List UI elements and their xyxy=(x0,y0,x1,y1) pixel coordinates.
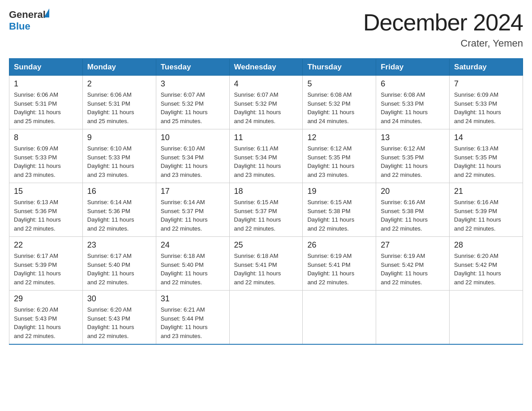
day-number: 6 xyxy=(381,79,445,89)
daylight-minutes: and 25 minutes. xyxy=(161,118,202,124)
daylight-minutes: and 22 minutes. xyxy=(14,225,56,232)
daylight-label: Daylight: 11 hours xyxy=(381,216,428,223)
day-info: Sunrise: 6:08 AM Sunset: 5:32 PM Dayligh… xyxy=(307,90,371,125)
sunset-label: Sunset: 5:38 PM xyxy=(381,208,424,214)
daylight-minutes: and 25 minutes. xyxy=(87,118,129,124)
calendar-cell: 5 Sunrise: 6:08 AM Sunset: 5:32 PM Dayli… xyxy=(303,76,376,129)
sunrise-label: Sunrise: 6:17 AM xyxy=(14,253,58,259)
header-wednesday: Wednesday xyxy=(229,59,303,76)
calendar-cell: 24 Sunrise: 6:18 AM Sunset: 5:40 PM Dayl… xyxy=(156,237,229,291)
header-saturday: Saturday xyxy=(450,59,523,76)
header-sunday: Sunday xyxy=(9,59,83,76)
calendar-cell: 17 Sunrise: 6:14 AM Sunset: 5:37 PM Dayl… xyxy=(156,183,229,237)
calendar-cell: 7 Sunrise: 6:09 AM Sunset: 5:33 PM Dayli… xyxy=(450,76,523,129)
calendar-cell: 29 Sunrise: 6:20 AM Sunset: 5:43 PM Dayl… xyxy=(9,291,83,345)
sunset-label: Sunset: 5:44 PM xyxy=(161,315,204,322)
calendar-cell: 19 Sunrise: 6:15 AM Sunset: 5:38 PM Dayl… xyxy=(303,183,376,237)
daylight-minutes: and 24 minutes. xyxy=(454,118,496,124)
sunset-label: Sunset: 5:41 PM xyxy=(307,261,350,268)
day-number: 25 xyxy=(234,240,298,250)
daylight-label: Daylight: 11 hours xyxy=(307,270,354,277)
sunset-label: Sunset: 5:33 PM xyxy=(87,154,130,161)
sunrise-label: Sunrise: 6:16 AM xyxy=(381,199,425,206)
day-info: Sunrise: 6:16 AM Sunset: 5:39 PM Dayligh… xyxy=(454,198,518,233)
header-monday: Monday xyxy=(82,59,156,76)
logo-general-text: General xyxy=(9,9,46,21)
calendar-cell: 6 Sunrise: 6:08 AM Sunset: 5:33 PM Dayli… xyxy=(376,76,450,129)
day-info: Sunrise: 6:12 AM Sunset: 5:35 PM Dayligh… xyxy=(307,144,371,179)
sunset-label: Sunset: 5:35 PM xyxy=(454,154,497,161)
sunrise-label: Sunrise: 6:18 AM xyxy=(234,253,279,259)
day-info: Sunrise: 6:20 AM Sunset: 5:43 PM Dayligh… xyxy=(87,305,151,340)
day-info: Sunrise: 6:12 AM Sunset: 5:35 PM Dayligh… xyxy=(381,144,445,179)
daylight-minutes: and 23 minutes. xyxy=(161,333,202,339)
daylight-minutes: and 22 minutes. xyxy=(161,279,202,286)
calendar-cell: 9 Sunrise: 6:10 AM Sunset: 5:33 PM Dayli… xyxy=(82,129,156,183)
sunrise-label: Sunrise: 6:12 AM xyxy=(307,145,352,152)
sunset-label: Sunset: 5:42 PM xyxy=(454,261,497,268)
day-number: 24 xyxy=(161,240,225,250)
day-number: 16 xyxy=(87,187,151,196)
daylight-minutes: and 23 minutes. xyxy=(87,171,129,178)
day-info: Sunrise: 6:17 AM Sunset: 5:40 PM Dayligh… xyxy=(87,252,151,287)
daylight-label: Daylight: 11 hours xyxy=(454,216,501,223)
sunrise-label: Sunrise: 6:06 AM xyxy=(14,91,58,98)
daylight-minutes: and 22 minutes. xyxy=(87,279,129,286)
daylight-label: Daylight: 11 hours xyxy=(234,216,281,223)
sunset-label: Sunset: 5:36 PM xyxy=(14,208,57,214)
header-tuesday: Tuesday xyxy=(156,59,229,76)
daylight-minutes: and 23 minutes. xyxy=(307,171,349,178)
sunset-label: Sunset: 5:35 PM xyxy=(307,154,350,161)
daylight-label: Daylight: 11 hours xyxy=(14,109,61,116)
day-number: 12 xyxy=(307,133,371,142)
day-info: Sunrise: 6:14 AM Sunset: 5:37 PM Dayligh… xyxy=(161,198,225,233)
sunset-label: Sunset: 5:39 PM xyxy=(454,208,497,214)
daylight-label: Daylight: 11 hours xyxy=(454,109,501,116)
logo-blue-text: Blue xyxy=(9,21,30,32)
sunrise-label: Sunrise: 6:11 AM xyxy=(234,145,279,152)
calendar-cell: 26 Sunrise: 6:19 AM Sunset: 5:41 PM Dayl… xyxy=(303,237,376,291)
day-number: 30 xyxy=(87,294,151,304)
daylight-label: Daylight: 11 hours xyxy=(14,324,61,330)
location-text: Crater, Yemen xyxy=(363,38,523,49)
logo-area: General Blue xyxy=(9,9,49,32)
sunset-label: Sunset: 5:41 PM xyxy=(234,261,277,268)
day-info: Sunrise: 6:07 AM Sunset: 5:32 PM Dayligh… xyxy=(234,90,298,125)
sunset-label: Sunset: 5:33 PM xyxy=(454,100,497,107)
day-number: 4 xyxy=(234,79,298,89)
calendar-cell xyxy=(450,291,523,345)
calendar-cell: 16 Sunrise: 6:14 AM Sunset: 5:36 PM Dayl… xyxy=(82,183,156,237)
daylight-label: Daylight: 11 hours xyxy=(381,163,428,169)
week-row-2: 8 Sunrise: 6:09 AM Sunset: 5:33 PM Dayli… xyxy=(9,129,523,183)
sunset-label: Sunset: 5:31 PM xyxy=(87,100,130,107)
header-friday: Friday xyxy=(376,59,450,76)
day-info: Sunrise: 6:06 AM Sunset: 5:31 PM Dayligh… xyxy=(87,90,151,125)
day-info: Sunrise: 6:11 AM Sunset: 5:34 PM Dayligh… xyxy=(234,144,298,179)
day-number: 11 xyxy=(234,133,298,142)
month-title: December 2024 xyxy=(363,9,523,36)
daylight-label: Daylight: 11 hours xyxy=(14,270,61,277)
daylight-minutes: and 24 minutes. xyxy=(307,118,349,124)
day-number: 22 xyxy=(14,240,78,250)
calendar-cell: 12 Sunrise: 6:12 AM Sunset: 5:35 PM Dayl… xyxy=(303,129,376,183)
week-row-4: 22 Sunrise: 6:17 AM Sunset: 5:39 PM Dayl… xyxy=(9,237,523,291)
daylight-label: Daylight: 11 hours xyxy=(87,109,134,116)
sunset-label: Sunset: 5:40 PM xyxy=(87,261,130,268)
sunrise-label: Sunrise: 6:07 AM xyxy=(161,91,205,98)
day-number: 15 xyxy=(14,187,78,196)
daylight-minutes: and 22 minutes. xyxy=(14,279,56,286)
calendar-cell: 27 Sunrise: 6:19 AM Sunset: 5:42 PM Dayl… xyxy=(376,237,450,291)
calendar-cell: 14 Sunrise: 6:13 AM Sunset: 5:35 PM Dayl… xyxy=(450,129,523,183)
daylight-minutes: and 22 minutes. xyxy=(307,225,349,232)
calendar-cell: 25 Sunrise: 6:18 AM Sunset: 5:41 PM Dayl… xyxy=(229,237,303,291)
calendar-cell xyxy=(229,291,303,345)
week-row-3: 15 Sunrise: 6:13 AM Sunset: 5:36 PM Dayl… xyxy=(9,183,523,237)
daylight-label: Daylight: 11 hours xyxy=(87,324,134,330)
calendar-cell: 23 Sunrise: 6:17 AM Sunset: 5:40 PM Dayl… xyxy=(82,237,156,291)
sunset-label: Sunset: 5:34 PM xyxy=(234,154,277,161)
sunset-label: Sunset: 5:39 PM xyxy=(14,261,57,268)
daylight-minutes: and 22 minutes. xyxy=(87,333,129,339)
day-number: 10 xyxy=(161,133,225,142)
day-info: Sunrise: 6:15 AM Sunset: 5:38 PM Dayligh… xyxy=(307,198,371,233)
day-number: 28 xyxy=(454,240,518,250)
